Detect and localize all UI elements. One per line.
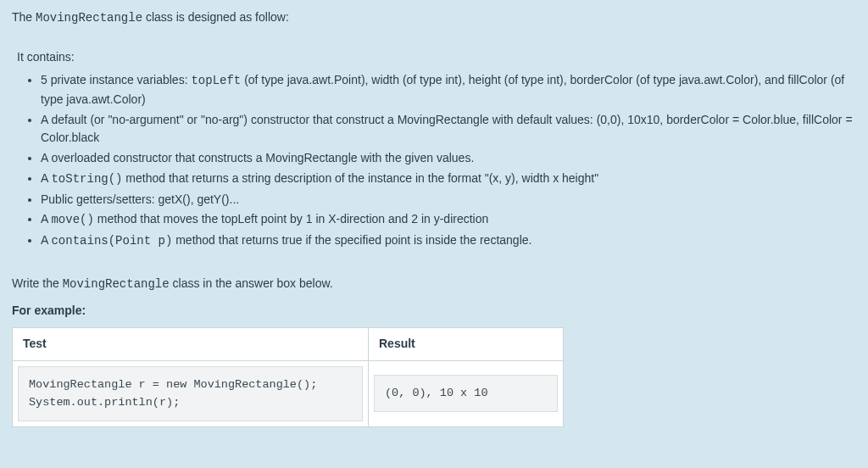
code-span: topLeft <box>191 74 241 87</box>
text-span: A overloaded constructor that constructs… <box>41 151 474 164</box>
text-span: method that returns true if the specifie… <box>172 233 531 247</box>
text-span: A default (or "no-argument" or "no-arg")… <box>41 113 853 145</box>
write-prefix: Write the <box>12 276 63 290</box>
table-header-test: Test <box>13 327 369 360</box>
intro-suffix: class is designed as follow: <box>142 10 289 24</box>
spec-list: 5 private instance variables: topLeft (o… <box>27 71 856 250</box>
text-span: method that returns a string description… <box>122 171 598 185</box>
spec-item: 5 private instance variables: topLeft (o… <box>41 71 856 109</box>
spec-item: A default (or "no-argument" or "no-arg")… <box>41 111 856 148</box>
example-table-body: MovingRectangle r = new MovingRectangle(… <box>13 360 564 426</box>
intro-prefix: The <box>12 10 36 24</box>
spec-item: A contains(Point p) method that returns … <box>41 231 856 251</box>
intro-line: The MovingRectangle class is designed as… <box>12 8 856 28</box>
intro-classname: MovingRectangle <box>36 11 142 25</box>
example-table: Test Result MovingRectangle r = new Movi… <box>12 327 564 427</box>
spec-item: Public getters/setters: getX(), getY()..… <box>41 191 856 209</box>
test-code: MovingRectangle r = new MovingRectangle(… <box>18 366 363 421</box>
text-span: 5 private instance variables: <box>41 73 191 86</box>
contains-label: It contains: <box>17 48 856 67</box>
spec-item: A toString() method that returns a strin… <box>41 170 856 189</box>
text-span: A <box>41 171 51 185</box>
code-span: move() <box>51 213 93 226</box>
for-example-label: For example: <box>12 302 856 320</box>
text-span: method that moves the topLeft point by 1… <box>94 212 488 226</box>
code-span: toString() <box>51 172 122 186</box>
write-line: Write the MovingRectangle class in the a… <box>12 275 856 294</box>
text-span: A <box>41 212 51 226</box>
result-code: (0, 0), 10 x 10 <box>374 375 558 412</box>
table-header-result: Result <box>369 327 564 360</box>
code-span: contains(Point p) <box>51 234 172 248</box>
spec-item: A move() method that moves the topLeft p… <box>41 210 856 230</box>
text-span: A <box>41 233 51 247</box>
spec-item: A overloaded constructor that constructs… <box>41 149 856 168</box>
write-suffix: class in the answer box below. <box>170 276 333 290</box>
text-span: Public getters/setters: getX(), getY()..… <box>41 192 239 206</box>
table-row: MovingRectangle r = new MovingRectangle(… <box>13 360 564 426</box>
write-classname: MovingRectangle <box>63 277 170 291</box>
